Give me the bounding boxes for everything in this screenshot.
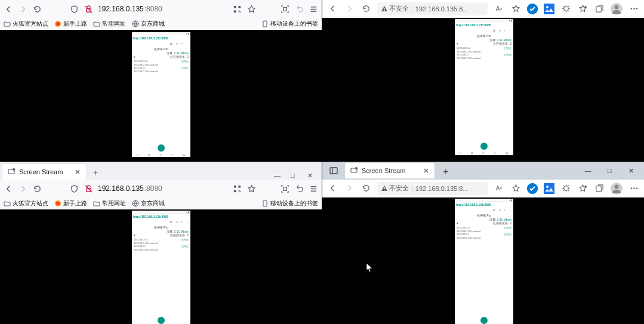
bookmark-star-icon[interactable] [246,184,256,193]
forward-button[interactable] [344,4,355,14]
close-button[interactable]: ✕ [620,167,642,175]
avatar-icon[interactable] [611,183,623,195]
back-button[interactable] [327,183,338,194]
reload-button[interactable] [360,183,371,194]
collections-icon[interactable] [594,183,605,194]
url-bar[interactable]: 192.168.0.135:8080 [98,184,227,193]
menu-icon[interactable] [309,184,318,193]
screenshot-icon[interactable] [280,4,289,14]
phone-stream-url: http://192.168.0.135:8080 [132,35,190,41]
svg-point-23 [13,168,15,171]
favorites-icon[interactable] [577,4,588,14]
svg-rect-4 [238,10,239,11]
new-tab-button[interactable]: + [437,163,455,178]
svg-rect-27 [233,190,236,192]
bookmark-jd[interactable]: 京东商城 [132,20,165,28]
svg-rect-25 [233,185,236,187]
tab-close-icon[interactable] [74,168,81,175]
url-port: :8080 [144,5,162,13]
picture-icon[interactable] [544,183,554,194]
url-text: 192.168.0.135:8... [415,5,469,13]
tab-title: Screen Stream [19,168,70,175]
svg-point-32 [56,202,60,205]
svg-rect-12 [384,10,384,11]
firefox-toolbar: 192.168.0.135:8080 [0,180,322,198]
profile-badge-icon[interactable] [527,183,538,194]
window-controls: — □ ✕ [274,172,319,180]
more-menu-icon[interactable] [628,4,639,14]
svg-rect-14 [544,4,554,14]
maximize-button[interactable]: □ [599,167,620,175]
firefox-toolbar: 192.168.0.135:8080 [0,0,322,18]
favorite-star-icon[interactable] [510,183,521,194]
url-bar[interactable]: 不安全 | 192.168.0.135:8... [377,182,488,195]
insecure-warning[interactable]: 不安全 [381,184,409,193]
back-button[interactable] [327,4,338,14]
shield-icon[interactable] [69,184,79,193]
undo-icon[interactable] [294,4,304,14]
back-button[interactable] [4,4,13,14]
bookmark-getting-started[interactable]: 新手上路 [54,20,87,28]
svg-point-47 [633,187,634,189]
svg-point-18 [615,5,619,9]
new-tab-button[interactable]: + [88,165,103,180]
more-menu-icon[interactable] [628,183,639,194]
close-button[interactable]: ✕ [307,172,315,180]
lock-crossed-icon[interactable] [84,184,93,193]
qr-icon[interactable] [232,4,242,14]
forward-button[interactable] [344,183,355,194]
favorites-icon[interactable] [577,183,588,194]
url-bar[interactable]: 192.168.0.135:8080 [98,5,227,13]
maximize-button[interactable]: □ [291,172,298,180]
page-content: ▾▮ http://192.168.0.135:8080 ⧉↗<⋮ 投屏幕 Pr… [0,209,322,324]
svg-point-20 [633,8,634,9]
url-bar[interactable]: 不安全 | 192.168.0.135:8... [377,2,488,16]
bookmark-star-icon[interactable] [246,4,256,14]
extensions-icon[interactable] [560,4,571,14]
qr-icon[interactable] [232,184,242,193]
phone-mirror: ▾▮ http://192.168.0.135:8080 ⧉↗<⋮ 投屏幕 Pr… [132,211,190,324]
firefox-icon [54,20,61,27]
bookmark-common-sites[interactable]: 常用网址 [93,20,126,28]
reload-button[interactable] [32,184,42,193]
collections-icon[interactable] [594,4,605,14]
bookmark-jd[interactable]: 京东商城 [132,199,165,208]
page-content: ▾▮ http://192.168.0.135:8080 ⧉↗<⋮ 投屏幕 Pr… [322,198,644,324]
undo-icon[interactable] [294,184,304,193]
bookmark-mobile[interactable]: 移动设备上的书签 [261,199,318,208]
tab-actions-button[interactable] [325,163,343,178]
bookmark-firefox-official[interactable]: 火狐官方站点 [4,20,48,28]
lock-crossed-icon[interactable] [84,4,93,14]
avatar-icon[interactable] [611,3,623,15]
minimize-button[interactable]: — [577,167,599,175]
read-aloud-icon[interactable]: A» [494,183,504,194]
bookmark-getting-started[interactable]: 新手上路 [54,199,87,208]
picture-icon[interactable] [544,4,554,14]
back-button[interactable] [4,184,13,193]
tab-close-icon[interactable] [423,167,430,174]
bookmark-common-sites[interactable]: 常用网址 [93,199,126,208]
shield-icon[interactable] [69,4,79,14]
bookmark-firefox-official[interactable]: 火狐官方站点 [4,199,48,208]
reload-button[interactable] [32,4,42,14]
forward-button[interactable] [18,4,27,14]
screenshot-icon[interactable] [280,184,289,193]
insecure-warning[interactable]: 不安全 [381,4,409,13]
reload-button[interactable] [360,4,371,14]
tab-screen-stream[interactable]: Screen Stream [2,164,86,180]
tab-screen-stream[interactable]: Screen Stream [345,163,435,178]
svg-rect-35 [330,168,337,174]
forward-button[interactable] [18,184,27,193]
read-aloud-icon[interactable]: A» [494,4,504,14]
minimize-button[interactable]: — [274,172,281,180]
open-icon: ↗ [175,42,178,46]
bookmark-mobile[interactable]: 移动设备上的书签 [261,20,318,28]
profile-badge-icon[interactable] [527,4,538,14]
edge-window-bottom-right: Screen Stream + — □ ✕ 不安全 | 192.168.0.13… [322,162,644,324]
favorite-star-icon[interactable] [510,4,521,14]
phone-mirror: ▾▮ http://192.168.0.135:8080 ⧉↗<⋮ 投屏幕 Pr… [455,199,513,324]
menu-icon[interactable] [309,4,318,14]
svg-rect-38 [384,187,384,189]
extensions-icon[interactable] [560,183,571,194]
svg-rect-10 [263,21,267,27]
